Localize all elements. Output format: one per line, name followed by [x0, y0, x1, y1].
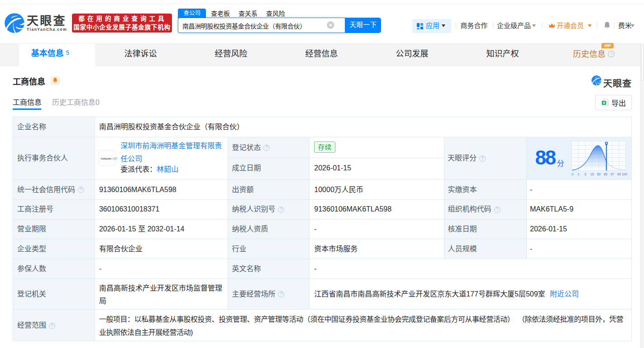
svg-text:85: 85	[604, 173, 607, 176]
svg-text:0: 0	[572, 173, 573, 176]
svg-text:3: 3	[584, 173, 586, 176]
svg-text:1: 1	[577, 173, 579, 176]
svg-text:99: 99	[617, 173, 621, 176]
svg-text:100: 100	[622, 173, 627, 176]
svg-text:50: 50	[597, 173, 601, 176]
svg-text:?: ?	[610, 52, 612, 56]
svg-text:97: 97	[611, 173, 614, 176]
svg-text:15: 15	[590, 173, 594, 176]
